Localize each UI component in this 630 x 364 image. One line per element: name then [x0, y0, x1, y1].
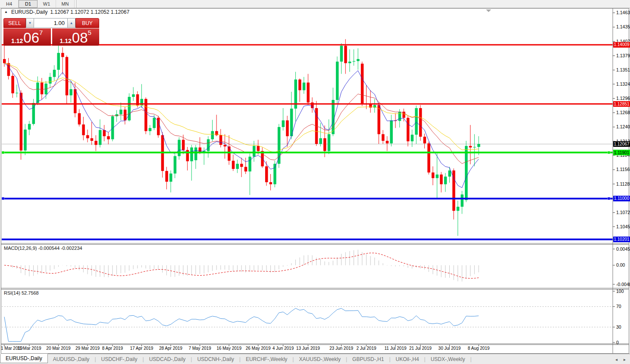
- rsi-axis-label: 70: [616, 304, 621, 309]
- timeframe-button-d1[interactable]: D1: [19, 0, 38, 8]
- ask-price-pipette: 5: [88, 29, 91, 36]
- svg-text:1.10201: 1.10201: [614, 237, 630, 242]
- price-tick-label: 1.12680: [616, 110, 630, 115]
- toolbar-divider: [76, 0, 78, 8]
- macd-pane: [4, 250, 479, 282]
- svg-text:1.12067: 1.12067: [614, 142, 630, 146]
- chart-tab-eurchf-weekly[interactable]: EURCHF-,Weekly: [241, 354, 292, 364]
- timeframe-button-h4[interactable]: H4: [0, 0, 19, 8]
- volume-increase-button[interactable]: ▲: [67, 18, 75, 28]
- date-tick-label: 23 Jun 2019: [329, 346, 353, 351]
- timeframe-button-w1[interactable]: W1: [38, 0, 56, 8]
- price-badge-1.11901: 1.11901: [613, 150, 630, 156]
- collapse-panel-icon[interactable]: ▲: [4, 10, 8, 14]
- mt4-application: H4D1W1MN 1.146351.143551.140751.137951.1…: [0, 0, 630, 364]
- date-tick-label: 4 Jun 2019: [273, 346, 294, 351]
- tabs-scroll-right-icon[interactable]: ▸: [624, 357, 626, 362]
- ask-price-display[interactable]: 1.12 08 5: [52, 28, 100, 46]
- hline-1.11[interactable]: [2, 197, 613, 200]
- bid-price-prefix: 1.12: [11, 38, 23, 44]
- rsi-pane: [2, 307, 613, 342]
- hline-anchor: [608, 197, 610, 200]
- price-pane: [2, 39, 613, 240]
- chart-symbol-period: EURUSD-,Daily: [11, 9, 48, 15]
- price-tick-label: 1.12960: [616, 96, 630, 101]
- macd-values: -0.000544 -0.002234: [38, 246, 82, 251]
- sell-button[interactable]: SELL: [3, 18, 26, 28]
- svg-text:1.12851: 1.12851: [614, 102, 630, 106]
- price-tick-label: 1.10450: [616, 224, 630, 229]
- hline-1.11901[interactable]: [2, 151, 613, 154]
- timeframe-button-mn[interactable]: MN: [56, 0, 75, 8]
- rsi-axis-label: 30: [616, 324, 621, 330]
- date-tick-label: 21 Jul 2019: [409, 346, 432, 351]
- volume-decrease-button[interactable]: ▼: [26, 18, 34, 28]
- bid-price-pipette: 7: [39, 29, 43, 36]
- chart-tab-audusd-daily[interactable]: AUDUSD-,Daily: [48, 354, 95, 364]
- one-click-trading-panel: SELL ▼ 1.00 ▲ BUY 1.12 06 7 1.12 08 5: [3, 18, 99, 46]
- price-tick-label: 1.10725: [616, 210, 630, 215]
- date-tick-label: 29 Mar 2019: [75, 346, 100, 351]
- date-tick-label: 13 Jun 2019: [296, 346, 320, 351]
- chart-ohlc-line: ▲ EURUSD-,Daily 1.12067 1.12072 1.12052 …: [4, 9, 129, 15]
- spin-up-icon: ▲: [70, 21, 73, 25]
- timeframe-buttons: H4D1W1MN: [0, 0, 75, 8]
- timeframe-toolbar: H4D1W1MN: [0, 0, 630, 8]
- rsi-name: RSI(14): [4, 290, 20, 296]
- tab-separator: |: [470, 354, 472, 364]
- date-tick-label: 2 Jul 2019: [356, 346, 376, 351]
- rsi-indicator-label: RSI(14) 52.7568: [4, 290, 39, 296]
- price-badge-1.12067: 1.12067: [613, 141, 630, 147]
- macd-axis-label: 0.004517: [616, 246, 630, 252]
- svg-text:1.11000: 1.11000: [614, 196, 630, 201]
- date-tick-label: 30 Jul 2019: [439, 346, 461, 351]
- price-tick-label: 1.12400: [616, 124, 630, 129]
- date-tick-label: 11 Jul 2019: [385, 346, 407, 351]
- price-tick-label: 1.13795: [616, 53, 630, 58]
- chart-tab-usdchf-daily[interactable]: USDCHF-,Daily: [96, 354, 143, 364]
- price-tick-label: 1.13515: [616, 67, 630, 72]
- hline-anchor: [2, 197, 4, 200]
- date-tick-label: 28 Apr 2019: [159, 346, 182, 351]
- date-tick-label: 17 Apr 2019: [130, 346, 153, 351]
- chart-tab-eurusd-daily[interactable]: EURUSD-,Daily: [0, 354, 48, 363]
- buy-button[interactable]: BUY: [75, 18, 99, 28]
- ask-price-big: 08: [72, 31, 88, 44]
- chart-tab-gbpusd-h1[interactable]: GBPUSD-,H1: [347, 354, 389, 364]
- hline-anchor: [608, 151, 610, 154]
- candles-layer: [3, 39, 480, 236]
- price-tick-label: 1.14355: [616, 24, 630, 29]
- macd-name: MACD(12,26,9): [4, 246, 37, 251]
- price-tick-label: 1.11565: [616, 167, 630, 172]
- macd-axis-label: -0.004806: [616, 282, 630, 287]
- chart-canvas[interactable]: 1.146351.143551.140751.137951.135151.132…: [0, 0, 630, 364]
- chart-tab-ukoil-h4[interactable]: UKOil-,H4: [391, 354, 424, 364]
- chart-ohlc-values: 1.12067 1.12072 1.12052 1.12067: [50, 9, 130, 15]
- rsi-axis-label: 100: [616, 289, 624, 294]
- axes-layer: 1.146351.143551.140751.137951.135151.132…: [1, 8, 630, 353]
- bid-price-display[interactable]: 1.12 06 7: [3, 28, 51, 46]
- chart-tab-usdcad-daily[interactable]: USDCAD-,Daily: [144, 354, 191, 364]
- price-badge-1.11000: 1.11000: [613, 196, 630, 201]
- svg-text:1.11901: 1.11901: [614, 150, 630, 155]
- chart-tab-usdx-weekly[interactable]: USDX-,Weekly: [426, 354, 470, 364]
- macd-indicator-label: MACD(12,26,9) -0.000544 -0.002234: [4, 246, 82, 251]
- price-badge-1.14009: 1.14009: [613, 42, 630, 47]
- date-tick-label: 11 Mar 2019: [17, 346, 41, 351]
- rsi-axis-label: 0: [616, 340, 619, 345]
- spin-down-icon: ▼: [28, 21, 32, 25]
- price-tick-label: 1.14635: [616, 10, 630, 15]
- ask-price-prefix: 1.12: [60, 38, 72, 44]
- price-tick-label: 1.11285: [616, 181, 630, 187]
- chart-tab-usdcnh-daily[interactable]: USDCNH-,Daily: [192, 354, 239, 364]
- chart-tabs: EURUSD-,DailyAUDUSD-,Daily|USDCHF-,Daily…: [0, 354, 472, 364]
- price-badge-1.12851: 1.12851: [613, 101, 630, 107]
- hline-anchor: [2, 151, 4, 154]
- chart-tab-xauusd-weekly[interactable]: XAUUSD-,Weekly: [294, 354, 345, 364]
- chart-shift-marker-icon[interactable]: [486, 9, 491, 12]
- volume-input[interactable]: 1.00: [34, 18, 67, 28]
- bid-price-big: 06: [23, 31, 39, 44]
- ma-line-18: [4, 63, 479, 164]
- svg-text:1.14009: 1.14009: [614, 42, 630, 47]
- tabs-scroll-left-icon[interactable]: ◂: [615, 357, 617, 362]
